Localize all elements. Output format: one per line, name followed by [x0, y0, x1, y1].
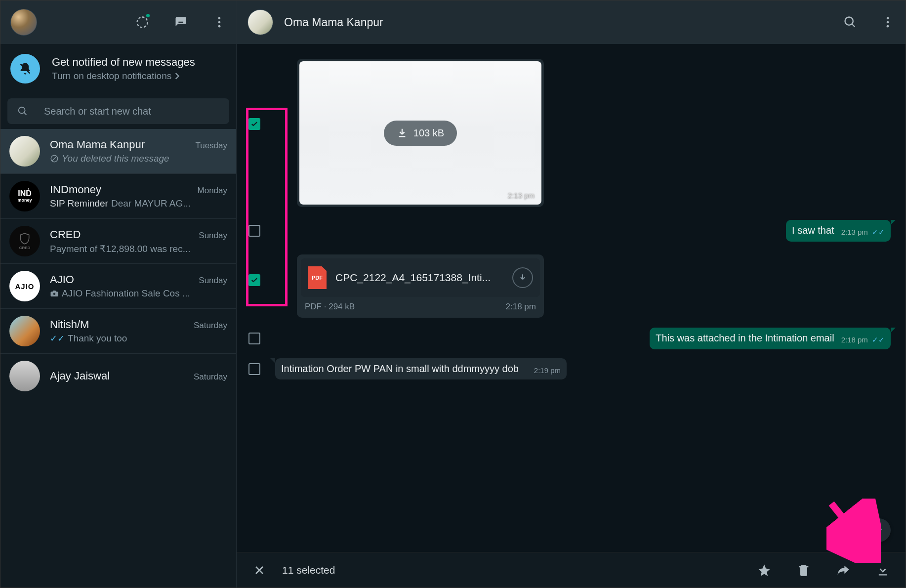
- incoming-message[interactable]: Intimation Order PW PAN in small with dd…: [275, 358, 567, 379]
- message-time: 2:18 pm: [506, 302, 536, 312]
- selection-count: 11 selected: [282, 564, 335, 576]
- chat-item[interactable]: Nitish/MSaturday ✓✓Thank you too: [0, 309, 236, 354]
- chat-preview: You deleted this message: [62, 153, 169, 164]
- image-message[interactable]: 103 kB 2:13 pm: [297, 59, 544, 207]
- message-time: 2:13 pm: [508, 191, 535, 200]
- conversation-title[interactable]: Oma Mama Kanpur: [284, 16, 383, 29]
- chat-avatar: [9, 316, 40, 346]
- chat-avatar: [9, 361, 40, 391]
- search-icon: [17, 106, 28, 117]
- outgoing-message[interactable]: This was attached in the Intimation emai…: [650, 328, 891, 349]
- message-time: 2:13 pm ✓✓: [841, 228, 885, 237]
- conversation-avatar[interactable]: [247, 9, 273, 35]
- camera-icon: [50, 289, 59, 298]
- chat-item[interactable]: AJIO AJIOSunday AJIO Fashionation Sale C…: [0, 264, 236, 309]
- bell-icon: [10, 54, 40, 84]
- conversation-menu-icon[interactable]: [881, 15, 895, 29]
- svg-line-8: [52, 157, 57, 161]
- chat-time: Sunday: [199, 276, 227, 286]
- message-checkbox[interactable]: [248, 363, 260, 375]
- forward-button[interactable]: [836, 563, 850, 577]
- svg-point-10: [845, 17, 853, 25]
- read-ticks-icon: ✓✓: [50, 333, 65, 344]
- svg-point-1: [218, 17, 221, 20]
- download-button[interactable]: [876, 563, 890, 577]
- svg-point-14: [887, 25, 889, 28]
- star-button[interactable]: [757, 563, 771, 577]
- chat-time: Saturday: [194, 321, 227, 331]
- image-size: 103 kB: [413, 127, 444, 139]
- message-checkbox[interactable]: [248, 225, 260, 237]
- chat-preview: SIP Reminder Dear MAYUR AG...: [50, 198, 227, 209]
- notify-title: Get notified of new messages: [52, 56, 195, 69]
- chat-time: Monday: [198, 186, 227, 196]
- svg-point-9: [53, 293, 56, 295]
- notify-subtitle: Turn on desktop notifications: [52, 71, 195, 82]
- message-time: 2:19 pm: [534, 366, 561, 375]
- chat-preview: AJIO Fashionation Sale Cos ...: [50, 288, 227, 299]
- read-ticks-icon: ✓✓: [870, 228, 885, 236]
- chat-preview: ✓✓Thank you too: [50, 333, 227, 344]
- chat-item[interactable]: IND↑money INDmoneyMonday SIP Reminder De…: [0, 174, 236, 219]
- conversation-panel: Oma Mama Kanpur 103 kB 2:13 pm: [237, 0, 906, 588]
- svg-point-3: [218, 25, 221, 28]
- close-selection-button[interactable]: [252, 563, 266, 577]
- message-text: I saw that: [792, 225, 834, 236]
- message-checkbox[interactable]: [248, 274, 260, 286]
- chat-time: Sunday: [199, 231, 227, 241]
- chat-avatar: AJIO: [9, 271, 40, 301]
- selection-toolbar: 11 selected: [237, 552, 906, 588]
- chat-avatar: CRED: [9, 226, 40, 256]
- chat-time: Tuesday: [195, 141, 227, 151]
- chat-avatar: IND↑money: [9, 181, 40, 211]
- conversation-header: Oma Mama Kanpur: [237, 0, 906, 44]
- message-text: Intimation Order PW PAN in small with dd…: [281, 363, 519, 374]
- file-download-button[interactable]: [512, 267, 533, 288]
- read-ticks-icon: ✓✓: [870, 336, 885, 344]
- status-icon[interactable]: [135, 15, 149, 29]
- chat-avatar: [9, 136, 40, 167]
- delete-button[interactable]: [797, 563, 811, 577]
- menu-icon[interactable]: [212, 15, 226, 29]
- chat-name: CRED: [50, 228, 81, 241]
- svg-line-11: [852, 24, 855, 27]
- chat-list: Oma Mama KanpurTuesday You deleted this …: [0, 129, 236, 588]
- chat-name: INDmoney: [50, 183, 101, 196]
- sidebar: Get notified of new messages Turn on des…: [0, 0, 237, 588]
- chat-name: Oma Mama Kanpur: [50, 138, 145, 151]
- svg-point-5: [19, 107, 25, 114]
- download-badge[interactable]: 103 kB: [384, 121, 457, 146]
- my-avatar[interactable]: [10, 9, 37, 36]
- svg-point-0: [137, 17, 148, 28]
- svg-point-12: [887, 17, 889, 20]
- outgoing-message[interactable]: I saw that 2:13 pm ✓✓: [786, 220, 891, 242]
- chat-time: Saturday: [194, 372, 227, 382]
- message-checkbox[interactable]: [248, 118, 260, 130]
- file-name: CPC_2122_A4_165171388_Inti...: [335, 272, 503, 284]
- file-meta: PDF · 294 kB: [305, 302, 355, 312]
- message-text: This was attached in the Intimation emai…: [656, 333, 834, 343]
- messages-area: 103 kB 2:13 pm I saw that 2:13 pm ✓✓: [237, 44, 906, 552]
- new-chat-icon[interactable]: [174, 15, 188, 29]
- search-placeholder: Search or start new chat: [44, 106, 151, 117]
- scroll-down-button[interactable]: [867, 518, 891, 542]
- svg-line-6: [24, 113, 27, 115]
- notification-banner[interactable]: Get notified of new messages Turn on des…: [0, 44, 236, 93]
- download-arrow-icon: [397, 127, 408, 138]
- chat-name: Ajay Jaiswal: [50, 370, 110, 382]
- svg-point-2: [218, 21, 221, 24]
- sidebar-header: [0, 0, 236, 44]
- chat-item[interactable]: Oma Mama KanpurTuesday You deleted this …: [0, 129, 236, 174]
- chat-name: AJIO: [50, 273, 74, 286]
- blocked-icon: [50, 154, 59, 163]
- chat-item[interactable]: Ajay JaiswalSaturday: [0, 354, 236, 398]
- search-input[interactable]: Search or start new chat: [7, 98, 229, 124]
- svg-point-13: [887, 21, 889, 24]
- chat-name: Nitish/M: [50, 318, 89, 331]
- file-message[interactable]: PDF CPC_2122_A4_165171388_Inti... PDF · …: [297, 254, 544, 318]
- search-in-chat-icon[interactable]: [843, 15, 857, 29]
- pdf-icon: PDF: [308, 266, 327, 289]
- chat-item[interactable]: CRED CREDSunday Payment of ₹12,898.00 wa…: [0, 219, 236, 264]
- message-time: 2:18 pm ✓✓: [841, 336, 885, 344]
- message-checkbox[interactable]: [248, 333, 260, 344]
